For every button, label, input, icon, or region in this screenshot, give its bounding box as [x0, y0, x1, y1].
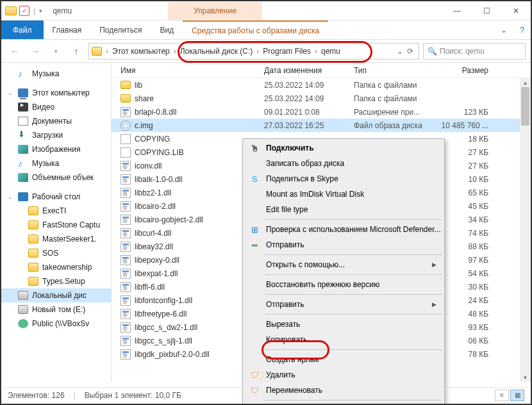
breadcrumb-segment[interactable]: Этот компьютер — [110, 47, 172, 56]
sidebar-item[interactable]: ⬇Загрузки — [1, 128, 111, 142]
close-button[interactable]: ✕ — [501, 1, 531, 21]
file-size: 88 КБ — [437, 242, 501, 251]
sidebar-item[interactable]: Изображения — [1, 142, 111, 156]
tab-view[interactable]: Вид — [151, 21, 183, 39]
breadcrumb-segment[interactable]: Локальный диск (C:) — [178, 47, 256, 56]
chevron-right-icon[interactable]: › — [315, 47, 317, 56]
file-name: libcairo-2.dll — [135, 202, 176, 211]
menu-separator — [265, 254, 442, 255]
chevron-right-icon[interactable]: › — [174, 47, 176, 56]
context-menu-item[interactable]: ➦Отправить — [244, 237, 443, 252]
sidebar-item[interactable]: ⌄Рабочий стол — [1, 190, 111, 204]
context-menu-item[interactable]: Создать ярлык — [244, 352, 443, 367]
context-menu-item[interactable]: Записать образ диска — [244, 156, 443, 171]
nav-up-button[interactable]: ↑ — [68, 43, 85, 60]
chevron-right-icon[interactable]: › — [256, 47, 259, 56]
scrollbar-thumb[interactable] — [521, 87, 529, 126]
context-menu-item[interactable]: ⊞Проверка с использованием Microsoft Def… — [244, 222, 443, 237]
dll-icon — [121, 322, 131, 333]
vertical-scrollbar[interactable]: ▲ ▼ — [520, 78, 531, 382]
sidebar-item[interactable]: takeownership — [1, 260, 111, 274]
sidebar-item[interactable]: FastStone Captu — [1, 218, 111, 232]
menu-item-label: Отправить — [266, 240, 304, 249]
sidebar-item[interactable]: ♪Музыка — [1, 156, 111, 170]
sidebar-item[interactable]: ⌄Этот компьютер — [1, 86, 111, 100]
file-row[interactable]: share25.03.2022 14:09Папка с файлами — [112, 92, 531, 105]
context-menu-item[interactable]: Вырезать — [244, 317, 443, 332]
file-row[interactable]: lib25.03.2022 14:09Папка с файлами — [112, 78, 531, 92]
file-size: 93 КБ — [437, 323, 501, 332]
sidebar-item[interactable]: Public (\\VBoxSv — [1, 317, 111, 331]
folder-icon — [28, 277, 38, 286]
file-size: 65 КБ — [437, 188, 501, 197]
file-size: 18 КБ — [437, 135, 501, 144]
scroll-down-icon[interactable]: ▼ — [520, 373, 531, 382]
column-size[interactable]: Размер — [437, 66, 501, 75]
sidebar-item[interactable]: SOS — [1, 246, 111, 260]
maximize-button[interactable]: ☐ — [472, 1, 501, 21]
context-menu-item[interactable]: Edit file type — [244, 202, 443, 217]
minimize-button[interactable]: — — [442, 1, 472, 21]
sidebar-item[interactable]: Новый том (E:) — [1, 302, 111, 317]
sidebar-item[interactable]: Видео — [1, 100, 111, 114]
pc-icon — [18, 88, 28, 97]
sidebar-item[interactable]: ExecTI — [1, 204, 111, 218]
context-menu-item[interactable]: SПоделиться в Skype — [244, 171, 443, 186]
help-icon[interactable]: ? — [513, 26, 531, 35]
sidebar-item[interactable]: Локальный дис — [1, 288, 111, 302]
navigation-sidebar[interactable]: ♪Музыка⌄Этот компьютерВидеоДокументы⬇Заг… — [1, 63, 112, 382]
context-menu-item[interactable]: Свойства — [244, 402, 443, 405]
menu-separator — [265, 219, 442, 220]
chevron-right-icon[interactable]: › — [106, 47, 108, 56]
context-menu-item[interactable]: Восстановить прежнюю версию — [244, 277, 443, 292]
search-input[interactable]: 🔍 Поиск: qemu — [423, 43, 526, 60]
context-menu-item[interactable]: Открыть с помощью...▶ — [244, 257, 443, 272]
refresh-icon[interactable]: ⟳ — [407, 47, 413, 56]
breadcrumb-segment[interactable]: Program Files — [260, 47, 313, 56]
file-row[interactable]: c.img27.03.2022 16:25Файл образа диска10… — [112, 119, 531, 132]
scroll-up-icon[interactable]: ▲ — [520, 78, 531, 87]
qat-dropdown-icon[interactable]: ▾ — [39, 8, 42, 14]
sidebar-item-label: MasterSeeker1. — [42, 235, 97, 244]
breadcrumb-segment[interactable]: qemu — [319, 47, 343, 56]
tab-disc-tools[interactable]: Средства работы с образами диска — [183, 21, 328, 39]
nav-recent-dropdown[interactable]: ▾ — [47, 43, 64, 60]
file-row[interactable]: brlapi-0.8.dll09.01.2021 0:08Расширение … — [112, 105, 531, 119]
view-details-button[interactable]: ≡ — [495, 390, 509, 401]
ribbon-expand-icon[interactable]: ⌄ — [494, 26, 513, 35]
context-menu-item[interactable]: 🛡Переименовать — [244, 383, 443, 398]
context-menu-item[interactable]: 🖱Подключить — [244, 140, 443, 156]
nav-back-button[interactable]: ← — [6, 43, 23, 60]
breadcrumb[interactable]: › Этот компьютер › Локальный диск (C:) ›… — [88, 43, 419, 60]
context-menu-item[interactable]: 🛡Удалить — [244, 367, 443, 383]
tab-home[interactable]: Главная — [44, 21, 91, 39]
file-size: 30 КБ — [437, 283, 501, 292]
status-item-count: Элементов: 126 — [8, 391, 65, 400]
context-menu-item[interactable]: Mount as ImDisk Virtual Disk — [244, 186, 443, 202]
expand-icon[interactable]: ⌄ — [8, 194, 14, 200]
view-icons-button[interactable]: ▦ — [510, 390, 524, 401]
file-name: libcairo-gobject-2.dll — [135, 215, 203, 224]
sidebar-item[interactable]: MasterSeeker1. — [1, 232, 111, 246]
sidebar-item[interactable]: Объемные объек — [1, 170, 111, 185]
context-menu-item[interactable]: Копировать — [244, 332, 443, 347]
file-name: libatk-1.0-0.dll — [135, 175, 183, 184]
column-type[interactable]: Тип — [354, 66, 437, 75]
context-menu-item[interactable]: Отправить▶ — [244, 297, 443, 312]
column-name[interactable]: Имя — [112, 66, 264, 75]
dll-icon — [121, 201, 131, 211]
file-name: libgcc_s_dw2-1.dll — [135, 323, 197, 332]
expand-icon[interactable]: ⌄ — [8, 90, 14, 96]
menu-item-label: Удалить — [266, 370, 295, 379]
sidebar-item[interactable]: Types.Setup — [1, 274, 111, 288]
file-size: 74 КБ — [437, 229, 501, 238]
file-name: libffi-6.dll — [135, 283, 165, 292]
qat-checkbox-icon[interactable]: ✓ — [19, 6, 29, 16]
sidebar-item[interactable]: Документы — [1, 114, 111, 128]
tab-file[interactable]: Файл — [1, 21, 44, 39]
sidebar-item[interactable]: ♪Музыка — [1, 67, 111, 81]
tab-share[interactable]: Поделиться — [90, 21, 151, 39]
dll-icon — [121, 282, 131, 292]
breadcrumb-dropdown-icon[interactable]: ⌄ — [397, 47, 403, 56]
column-date[interactable]: Дата изменения — [264, 66, 354, 75]
